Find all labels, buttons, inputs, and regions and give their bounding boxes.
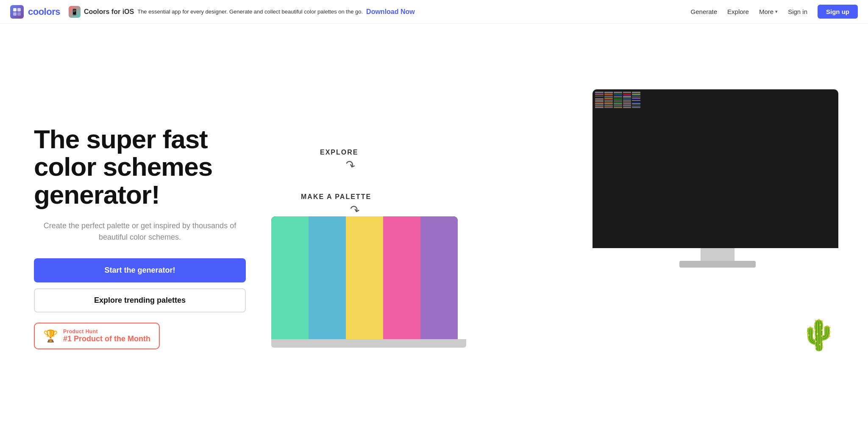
palette-strip-1: [271, 216, 309, 339]
color-cell: [623, 97, 632, 97]
color-cell: [595, 96, 604, 97]
monitor-stand-base: [679, 261, 756, 268]
color-cell: [604, 99, 613, 100]
palette-strip-4: [383, 216, 420, 339]
palette-strip-2: [309, 216, 346, 339]
color-cell: [604, 93, 613, 93]
color-cell: [632, 105, 640, 106]
color-cell: [595, 103, 604, 104]
color-cell: [632, 98, 640, 99]
color-cell: [595, 102, 604, 103]
color-cell: [614, 94, 622, 94]
laptop-device: [271, 216, 466, 360]
hero-left: The super fast color schemes generator! …: [34, 108, 246, 349]
color-cell: [623, 102, 632, 103]
color-cell: [595, 108, 604, 108]
color-cell: [604, 103, 613, 104]
color-cell: [632, 99, 640, 100]
color-cell: [632, 93, 640, 93]
color-cell: [614, 108, 622, 108]
color-cell: [604, 97, 613, 97]
color-cell: [632, 107, 640, 107]
explore-palettes-button[interactable]: Explore trending palettes: [34, 288, 246, 312]
laptop-base: [271, 339, 466, 348]
laptop-screen: [271, 216, 458, 339]
color-cell: [632, 97, 640, 97]
svg-rect-1: [17, 8, 21, 11]
hero-section: The super fast color schemes generator! …: [0, 24, 868, 434]
color-cell: [595, 107, 604, 107]
color-cell: [632, 94, 640, 94]
monitor-color-grid: [594, 91, 642, 109]
app-icon: 📱: [69, 6, 81, 18]
color-cell: [623, 107, 632, 107]
signin-button[interactable]: Sign in: [788, 8, 807, 15]
color-cell: [614, 95, 622, 95]
logo-icon: [10, 5, 24, 19]
hero-title: The super fast color schemes generator!: [34, 125, 246, 208]
color-cell: [623, 99, 632, 100]
color-cell: [623, 108, 632, 108]
color-cell: [604, 100, 613, 101]
ph-text: Product Hunt #1 Product of the Month: [63, 329, 150, 343]
color-cell: [604, 96, 613, 97]
promo-app-name: Coolors for iOS: [84, 8, 134, 16]
color-cell: [632, 92, 640, 92]
color-cell: [595, 95, 604, 95]
ph-badge: #1 Product of the Month: [63, 334, 150, 343]
color-cell: [604, 102, 613, 103]
color-cell: [604, 107, 613, 107]
nav-more-menu[interactable]: More ▾: [759, 8, 778, 15]
color-cell: [632, 100, 640, 101]
color-cell: [632, 102, 640, 103]
color-cell: [604, 94, 613, 94]
logo-text: coolors: [28, 6, 60, 17]
color-cell: [614, 99, 622, 100]
color-cell: [623, 95, 632, 95]
color-cell: [614, 93, 622, 93]
monitor-screen: [593, 89, 838, 248]
color-cell: [632, 108, 640, 108]
logo-link[interactable]: coolors: [10, 5, 60, 19]
color-cell: [623, 101, 632, 102]
monitor-device: [593, 89, 843, 267]
promo-download-link[interactable]: Download Now: [366, 8, 415, 16]
color-cell: [632, 95, 640, 95]
annotation-explore: EXPLORE: [320, 149, 358, 156]
palette-strip-3: [346, 216, 383, 339]
navbar-promo: 📱 Coolors for iOS The essential app for …: [69, 6, 691, 18]
color-cell: [595, 92, 604, 92]
svg-rect-2: [13, 12, 17, 16]
color-cell: [595, 97, 604, 97]
color-cell: [595, 93, 604, 93]
color-cell: [614, 97, 622, 97]
color-cell: [614, 96, 622, 97]
svg-rect-0: [13, 8, 17, 11]
palette-strip-5: [420, 216, 458, 339]
color-cell: [604, 98, 613, 99]
nav-explore[interactable]: Explore: [727, 8, 749, 15]
color-cell: [623, 100, 632, 101]
color-cell: [595, 94, 604, 94]
svg-rect-3: [17, 12, 21, 16]
color-cell: [604, 105, 613, 106]
color-cell: [623, 103, 632, 104]
product-hunt-badge[interactable]: 🏆 Product Hunt #1 Product of the Month: [34, 323, 160, 349]
color-cell: [632, 96, 640, 97]
color-cell: [604, 95, 613, 95]
color-cell: [614, 92, 622, 92]
color-cell: [623, 93, 632, 93]
nav-generate[interactable]: Generate: [691, 8, 718, 15]
nav-more-label: More: [759, 8, 773, 15]
start-generator-button[interactable]: Start the generator!: [34, 258, 246, 282]
color-cell: [614, 100, 622, 101]
signup-button[interactable]: Sign up: [818, 5, 858, 19]
cactus-icon: 🌵: [800, 320, 826, 354]
promo-description: The essential app for every designer. Ge…: [137, 8, 363, 15]
hero-subtitle: Create the perfect palette or get inspir…: [34, 220, 246, 243]
navbar: coolors 📱 Coolors for iOS The essential …: [0, 0, 868, 24]
color-cell: [595, 101, 604, 102]
color-cell: [595, 105, 604, 106]
color-cell: [614, 101, 622, 102]
monitor-stand-neck: [701, 248, 734, 261]
